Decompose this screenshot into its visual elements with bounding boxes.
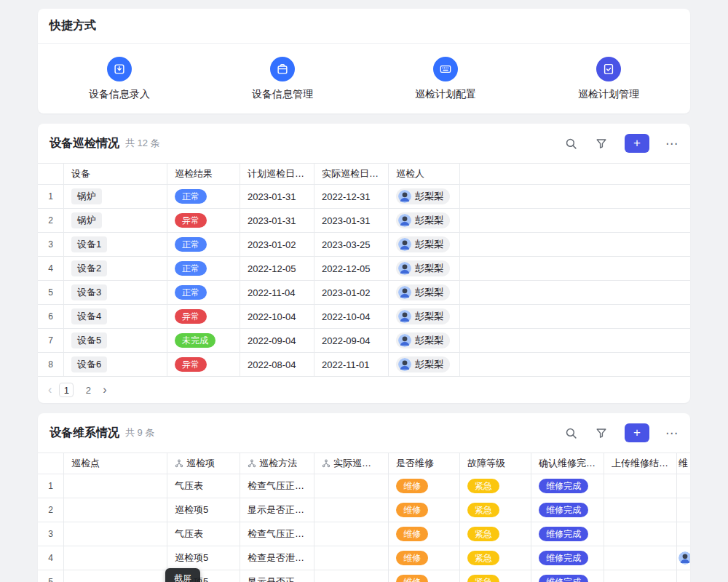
shortcut-plan-manage[interactable]: 巡检计划管理 [536, 57, 681, 101]
column-header-person[interactable]: 巡检人 [389, 164, 460, 184]
cell-confirm[interactable]: 维修完成 [531, 498, 604, 522]
cell-confirm[interactable]: 维修完成 [531, 474, 604, 498]
cell-device[interactable]: 锅炉 [64, 209, 167, 232]
next-page-icon[interactable]: › [103, 383, 106, 396]
column-header-actual-date[interactable]: 实际巡检日… [314, 164, 389, 184]
cell-result[interactable]: 异常 [167, 305, 240, 328]
cell-method[interactable]: 检查气压正… [240, 474, 314, 498]
cell-actual-date[interactable]: 2022-09-04 [314, 329, 389, 352]
cell-method[interactable]: 显示是否正… [240, 498, 314, 522]
column-header-person[interactable]: 维 [677, 453, 690, 474]
cell-item[interactable]: 气压表 [167, 522, 240, 546]
cell-upload[interactable] [604, 546, 677, 570]
cell-person[interactable] [677, 474, 690, 498]
cell-plan-date[interactable]: 2022-10-04 [240, 305, 314, 328]
cell-device[interactable]: 设备5 [64, 329, 167, 352]
cell-repair[interactable]: 维修 [389, 570, 460, 582]
cell-actual[interactable] [314, 474, 389, 498]
cell-person[interactable] [677, 522, 690, 546]
cell-device[interactable]: 设备4 [64, 305, 167, 328]
cell-upload[interactable] [604, 474, 677, 498]
cell-method[interactable]: 检查气压正… [240, 522, 314, 546]
cell-actual-date[interactable]: 2023-01-02 [314, 281, 389, 304]
cell-actual-date[interactable]: 2022-10-04 [314, 305, 389, 328]
column-header-plan-date[interactable]: 计划巡检日… [240, 164, 314, 184]
filter-icon[interactable] [594, 136, 609, 151]
cell-result[interactable]: 正常 [167, 185, 240, 208]
cell-plan-date[interactable]: 2022-09-04 [240, 329, 314, 352]
search-icon[interactable] [563, 136, 578, 151]
cell-person[interactable]: 彭梨梨 [389, 209, 460, 232]
cell-upload[interactable] [604, 498, 677, 522]
page-number-2[interactable]: 2 [81, 383, 95, 397]
column-header-level[interactable]: 故障等级 [460, 453, 531, 474]
cell-method[interactable]: 检查是否泄… [240, 546, 314, 570]
page-number-1[interactable]: 1 [59, 383, 74, 397]
cell-point[interactable] [64, 570, 167, 582]
cell-person[interactable]: 彭梨梨 [389, 281, 460, 304]
cell-device[interactable]: 锅炉 [64, 185, 167, 208]
cell-result[interactable]: 异常 [167, 353, 240, 376]
search-icon[interactable] [563, 426, 578, 440]
cell-point[interactable] [64, 498, 167, 522]
cell-actual[interactable] [314, 546, 389, 570]
cell-item[interactable]: 气压表 [167, 474, 240, 498]
filter-icon[interactable] [594, 426, 609, 440]
cell-actual-date[interactable]: 2022-12-05 [314, 257, 389, 280]
cell-device[interactable]: 设备1 [64, 233, 167, 256]
cell-person[interactable]: 彭梨梨 [389, 329, 460, 352]
cell-point[interactable] [64, 522, 167, 546]
cell-actual[interactable] [314, 498, 389, 522]
cell-person[interactable]: 彭梨梨 [389, 233, 460, 256]
column-header-device[interactable]: 设备 [64, 164, 167, 184]
prev-page-icon[interactable]: ‹ [48, 383, 52, 396]
cell-repair[interactable]: 维修 [389, 474, 460, 498]
cell-actual[interactable] [314, 570, 389, 582]
cell-person[interactable] [677, 546, 690, 570]
cell-actual-date[interactable]: 2023-01-31 [314, 209, 389, 232]
more-icon[interactable]: ⋯ [665, 136, 678, 151]
cell-plan-date[interactable]: 2022-08-04 [240, 353, 314, 376]
add-record-button[interactable]: + [625, 134, 649, 153]
cell-device[interactable]: 设备2 [64, 257, 167, 280]
cell-item[interactable]: 巡检项5 [167, 546, 240, 570]
cell-plan-date[interactable]: 2023-01-31 [240, 209, 314, 232]
cell-person[interactable]: 彭梨梨 [389, 305, 460, 328]
cell-point[interactable] [64, 474, 167, 498]
cell-actual-date[interactable]: 2023-03-25 [314, 233, 389, 256]
cell-confirm[interactable]: 维修完成 [531, 522, 604, 546]
column-header-point[interactable]: 巡检点 [64, 453, 167, 474]
cell-point[interactable] [64, 546, 167, 570]
cell-confirm[interactable]: 维修完成 [531, 570, 604, 582]
cell-plan-date[interactable]: 2023-01-31 [240, 185, 314, 208]
cell-result[interactable]: 正常 [167, 257, 240, 280]
cell-plan-date[interactable]: 2022-12-05 [240, 257, 314, 280]
cell-person[interactable] [677, 498, 690, 522]
cell-actual-date[interactable]: 2022-11-01 [314, 353, 389, 376]
column-header-actual[interactable]: 实际巡… [314, 453, 389, 474]
cell-actual[interactable] [314, 522, 389, 546]
cell-result[interactable]: 异常 [167, 209, 240, 232]
cell-result[interactable]: 未完成 [167, 329, 240, 352]
add-record-button[interactable]: + [625, 423, 649, 442]
cell-level[interactable]: 紧急 [460, 546, 531, 570]
cell-repair[interactable]: 维修 [389, 522, 460, 546]
shortcut-device-entry[interactable]: 设备信息录入 [47, 57, 192, 101]
cell-level[interactable]: 紧急 [460, 474, 531, 498]
cell-person[interactable] [677, 570, 690, 582]
cell-result[interactable]: 正常 [167, 233, 240, 256]
column-header-repair[interactable]: 是否维修 [389, 453, 460, 474]
cell-level[interactable]: 紧急 [460, 570, 531, 582]
shortcut-plan-config[interactable]: 巡检计划配置 [373, 57, 518, 101]
cell-device[interactable]: 设备3 [64, 281, 167, 304]
cell-item[interactable]: 巡检项5 [167, 498, 240, 522]
cell-repair[interactable]: 维修 [389, 498, 460, 522]
cell-person[interactable]: 彭梨梨 [389, 185, 460, 208]
cell-level[interactable]: 紧急 [460, 498, 531, 522]
cell-person[interactable]: 彭梨梨 [389, 353, 460, 376]
column-header-method[interactable]: 巡检方法 [240, 453, 314, 474]
cell-repair[interactable]: 维修 [389, 546, 460, 570]
shortcut-device-manage[interactable]: 设备信息管理 [210, 57, 355, 101]
cell-actual-date[interactable]: 2022-12-31 [314, 185, 389, 208]
cell-plan-date[interactable]: 2022-11-04 [240, 281, 314, 304]
